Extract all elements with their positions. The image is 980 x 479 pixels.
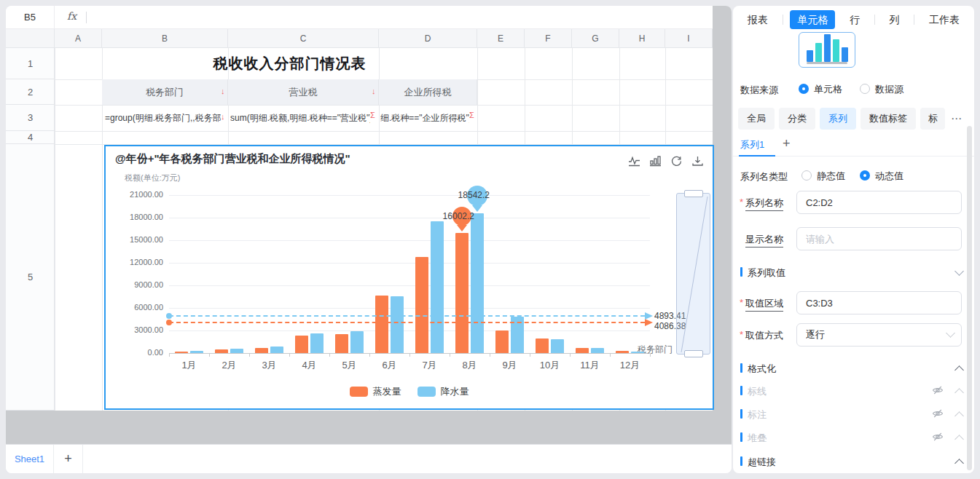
- radio-dynamic-value[interactable]: 动态值: [860, 170, 903, 183]
- column-header-H[interactable]: H: [619, 29, 665, 48]
- sort-arrow-icon: ↓: [221, 87, 225, 95]
- column-header-I[interactable]: I: [665, 29, 713, 48]
- value-mode-select[interactable]: [796, 323, 962, 347]
- row-header-1[interactable]: 1: [6, 48, 55, 79]
- cell-formula-c3[interactable]: sum(明细.税额,明细.税种=="营业税"): [230, 105, 370, 131]
- y-tick-label: 9000.00: [122, 280, 163, 289]
- panel-tab-5[interactable]: 工作表: [922, 10, 967, 29]
- bar-降水量-11月: [591, 348, 604, 353]
- section-title: 堆叠: [748, 432, 767, 445]
- row-header-3[interactable]: 3: [6, 105, 55, 131]
- x-axis-title: 税务部门: [638, 344, 673, 356]
- radio-static-value[interactable]: 静态值: [801, 170, 845, 183]
- thumbnail-bar: [815, 43, 822, 62]
- legend-label: 蒸发量: [373, 385, 401, 398]
- cell-header-3[interactable]: 企业所得税: [379, 79, 477, 105]
- markline-dot: [166, 320, 172, 325]
- display-name-field-row: 显示名称: [733, 227, 974, 250]
- cell-header-2[interactable]: 营业税: [228, 79, 379, 105]
- series-name-input[interactable]: [796, 191, 962, 214]
- chart-type-thumbnail[interactable]: [799, 32, 855, 68]
- legend-item-降水量[interactable]: 降水量: [418, 385, 469, 398]
- column-header-D[interactable]: D: [379, 29, 477, 48]
- column-header-C[interactable]: C: [228, 29, 379, 48]
- section-stack[interactable]: 堆叠: [733, 431, 974, 444]
- datazoom-handle-bottom[interactable]: [684, 350, 703, 357]
- fx-icon: fx: [67, 10, 77, 22]
- chevron-down-icon[interactable]: [954, 266, 964, 276]
- sum-marker-icon: Σ: [469, 111, 474, 119]
- chevron-up-icon[interactable]: [954, 365, 964, 375]
- x-tick-label: 7月: [414, 359, 446, 372]
- radio-cell[interactable]: 单元格: [799, 83, 842, 96]
- cell-reference-box[interactable]: B5: [6, 6, 55, 29]
- chip-2[interactable]: 分类: [779, 108, 815, 130]
- formula-input[interactable]: [90, 6, 713, 29]
- column-header-A[interactable]: A: [55, 29, 102, 48]
- x-tick-label: 8月: [454, 359, 486, 372]
- eye-off-icon[interactable]: [932, 408, 944, 421]
- row-header-4[interactable]: 4: [6, 131, 55, 144]
- chart-object[interactable]: @年份+"年各税务部门营业税和企业所得税情况" 税额(单位:万元) 21000.…: [104, 145, 714, 410]
- chevron-up-icon[interactable]: [954, 459, 964, 468]
- cell-formula-d3[interactable]: 细.税种=="企业所得税"): [380, 105, 469, 131]
- column-header-B[interactable]: B: [102, 29, 228, 48]
- chip-5[interactable]: 标: [920, 108, 945, 130]
- tab-series1[interactable]: 系列1: [740, 138, 764, 151]
- panel-tab-3[interactable]: 行: [842, 10, 867, 29]
- row-header-2[interactable]: 2: [6, 79, 55, 105]
- section-accent-bar: [740, 456, 742, 466]
- row-header-5[interactable]: 5: [6, 144, 55, 411]
- display-name-input[interactable]: [796, 227, 962, 250]
- add-series-button[interactable]: +: [783, 136, 791, 151]
- select-all-corner[interactable]: [6, 29, 55, 48]
- section-series-value[interactable]: 系列取值: [733, 266, 974, 279]
- legend-item-蒸发量[interactable]: 蒸发量: [350, 385, 401, 398]
- section-format[interactable]: 格式化: [733, 362, 974, 375]
- grid-vline: [55, 48, 55, 411]
- data-point-label: 18542.2: [446, 190, 490, 200]
- cell-report-title[interactable]: 税收收入分部门情况表: [102, 48, 477, 79]
- chip-1[interactable]: 全局: [738, 108, 775, 130]
- panel-tab-2[interactable]: 单元格: [790, 10, 835, 29]
- section-hyperlink[interactable]: 超链接: [733, 455, 974, 468]
- panel-scrollbar[interactable]: [967, 126, 972, 470]
- chip-4[interactable]: 数值标签: [861, 108, 916, 130]
- required-asterisk: *: [740, 197, 743, 207]
- value-area-input[interactable]: [796, 291, 962, 314]
- data-source-label: 数据来源: [740, 84, 778, 97]
- thumbnail-baseline: [807, 62, 847, 64]
- more-chips-button[interactable]: ⋯: [949, 112, 963, 125]
- markline-arrow: [645, 312, 653, 320]
- panel-tab-4[interactable]: 列: [882, 10, 907, 29]
- required-asterisk: *: [740, 297, 743, 308]
- series-name-type-label: 系列名类型: [740, 170, 788, 183]
- column-header-G[interactable]: G: [572, 29, 619, 48]
- sheet-tab-sheet1[interactable]: Sheet1: [6, 445, 54, 473]
- datazoom-handle-top[interactable]: [684, 190, 703, 197]
- formula-bar: B5 fx: [6, 6, 713, 29]
- x-tick-label: 12月: [614, 359, 646, 372]
- panel-tab-1[interactable]: 报表: [740, 10, 775, 29]
- datazoom-slider[interactable]: [676, 193, 710, 355]
- settings-panel: 报表单元格行列工作表 数据来源 单元格 数据源 全局分类系列数值标签标⋯ 系列1…: [733, 6, 974, 473]
- sheet-tab-bar: Sheet1 +: [6, 444, 732, 473]
- column-header-E[interactable]: E: [477, 29, 525, 48]
- eye-off-icon[interactable]: [932, 384, 944, 398]
- column-header-F[interactable]: F: [525, 29, 572, 48]
- eye-off-icon[interactable]: [932, 431, 944, 445]
- radio-icon: [801, 170, 812, 181]
- cell-header-1[interactable]: 税务部门: [102, 79, 228, 105]
- add-sheet-button[interactable]: +: [54, 445, 83, 473]
- section-mark-line[interactable]: 标线: [733, 384, 974, 397]
- chip-3[interactable]: 系列: [820, 108, 856, 130]
- gridline: [169, 285, 650, 286]
- cell-formula-b3[interactable]: =group(明细.税务部门,,税务部: [105, 105, 222, 131]
- data-source-row: 数据来源 单元格 数据源: [740, 82, 966, 97]
- radio-dataset[interactable]: 数据源: [860, 83, 903, 96]
- radio-icon: [799, 84, 809, 94]
- bar-降水量-8月: [471, 213, 484, 353]
- section-mark-note[interactable]: 标注: [733, 408, 974, 421]
- sheet-scroll-area-right[interactable]: [713, 6, 732, 444]
- bar-蒸发量-6月: [375, 296, 388, 353]
